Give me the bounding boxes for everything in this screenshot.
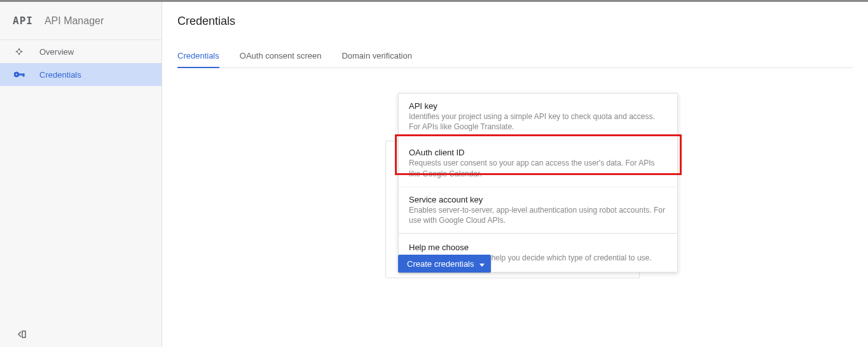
collapse-icon xyxy=(17,329,27,339)
svg-marker-3 xyxy=(20,50,23,53)
menu-item-desc: Requests user consent so your app can ac… xyxy=(409,158,667,178)
sidebar-header: API API Manager xyxy=(0,2,162,40)
svg-marker-1 xyxy=(18,53,20,55)
page-title: Credentials xyxy=(177,2,853,46)
svg-marker-0 xyxy=(18,48,20,50)
create-credentials-menu: API key Identifies your project using a … xyxy=(398,93,678,273)
svg-marker-2 xyxy=(15,50,18,53)
chevron-down-icon xyxy=(479,259,485,269)
tab-oauth-consent[interactable]: OAuth consent screen xyxy=(240,46,322,68)
tab-domain-verification[interactable]: Domain verification xyxy=(341,46,412,68)
app-title: API Manager xyxy=(45,15,104,27)
svg-rect-7 xyxy=(23,74,24,76)
menu-item-title: Service account key xyxy=(409,195,667,204)
svg-rect-8 xyxy=(22,331,25,337)
menu-item-oauth-client-id[interactable]: OAuth client ID Requests user consent so… xyxy=(399,139,677,186)
api-logo-icon: API xyxy=(13,15,33,27)
menu-item-service-account-key[interactable]: Service account key Enables server-to-se… xyxy=(399,187,677,233)
collapse-sidebar-button[interactable] xyxy=(14,327,29,342)
sidebar-item-label: Credentials xyxy=(39,70,81,80)
sidebar-item-credentials[interactable]: Credentials xyxy=(0,63,162,86)
overview-icon xyxy=(14,46,39,57)
menu-item-title: Help me choose xyxy=(409,243,667,252)
sidebar: API API Manager Overview Credentials xyxy=(0,2,162,347)
sidebar-item-label: Overview xyxy=(39,47,74,57)
menu-item-desc: Enables server-to-server, app-level auth… xyxy=(409,205,667,225)
key-icon xyxy=(14,71,39,78)
menu-item-title: OAuth client ID xyxy=(409,148,667,157)
sidebar-item-overview[interactable]: Overview xyxy=(0,40,162,63)
menu-item-api-key[interactable]: API key Identifies your project using a … xyxy=(399,94,677,139)
svg-point-5 xyxy=(15,73,17,75)
tab-bar: Credentials OAuth consent screen Domain … xyxy=(177,46,853,68)
menu-item-desc: Identifies your project using a simple A… xyxy=(409,111,667,132)
create-credentials-button[interactable]: Create credentials xyxy=(398,255,491,273)
svg-marker-9 xyxy=(479,264,485,267)
tab-credentials[interactable]: Credentials xyxy=(177,46,219,68)
menu-item-title: API key xyxy=(409,101,667,111)
button-label: Create credentials xyxy=(407,259,474,269)
